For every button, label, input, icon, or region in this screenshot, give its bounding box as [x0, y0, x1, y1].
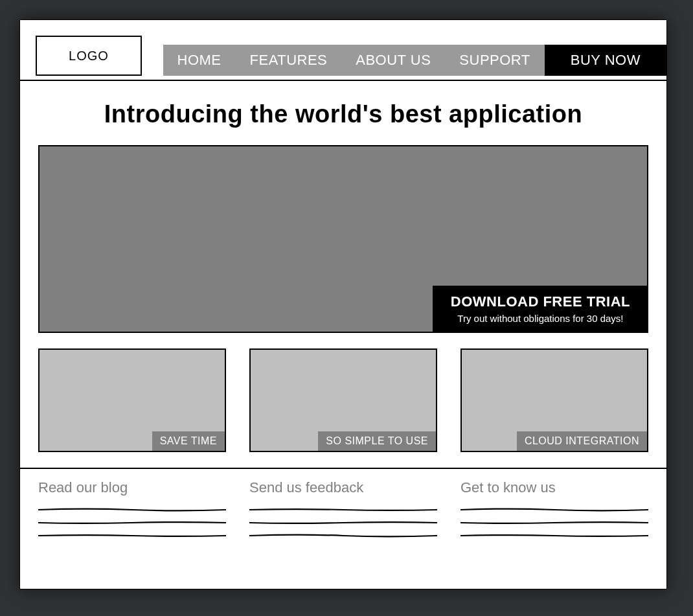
- footer-title[interactable]: Get to know us: [460, 479, 648, 496]
- page-headline: Introducing the world's best application: [104, 100, 582, 128]
- cta-title: DOWNLOAD FREE TRIAL: [451, 293, 630, 310]
- feature-row: SAVE TIME SO SIMPLE TO USE CLOUD INTEGRA…: [20, 333, 666, 452]
- nav-about[interactable]: ABOUT US: [341, 45, 445, 76]
- hero-image-placeholder: DOWNLOAD FREE TRIAL Try out without obli…: [38, 145, 648, 333]
- download-free-trial-cta[interactable]: DOWNLOAD FREE TRIAL Try out without obli…: [433, 286, 648, 333]
- footer-blog: Read our blog: [38, 479, 226, 538]
- cta-subtitle: Try out without obligations for 30 days!: [451, 313, 630, 324]
- feature-caption: SO SIMPLE TO USE: [318, 431, 436, 451]
- text-placeholder-lines: [249, 508, 437, 538]
- header: LOGO HOME FEATURES ABOUT US SUPPORT BUY …: [20, 20, 666, 76]
- feature-caption: CLOUD INTEGRATION: [517, 431, 647, 451]
- nav-home[interactable]: HOME: [163, 45, 236, 76]
- nav-support[interactable]: SUPPORT: [445, 45, 544, 76]
- nav-features[interactable]: FEATURES: [236, 45, 342, 76]
- page-wireframe: LOGO HOME FEATURES ABOUT US SUPPORT BUY …: [19, 19, 667, 589]
- nav-buy-now[interactable]: BUY NOW: [545, 45, 666, 76]
- footer-title[interactable]: Read our blog: [38, 479, 226, 496]
- footer-feedback: Send us feedback: [249, 479, 437, 538]
- footer-title[interactable]: Send us feedback: [249, 479, 437, 496]
- hero-section: Introducing the world's best application…: [20, 81, 666, 333]
- main-nav: HOME FEATURES ABOUT US SUPPORT BUY NOW: [163, 45, 666, 76]
- footer-columns: Read our blog Send us feedback Get to kn…: [20, 469, 666, 538]
- text-placeholder-lines: [38, 508, 226, 538]
- feature-simple[interactable]: SO SIMPLE TO USE: [249, 348, 437, 452]
- feature-cloud[interactable]: CLOUD INTEGRATION: [460, 348, 648, 452]
- footer-know-us: Get to know us: [460, 479, 648, 538]
- feature-save-time[interactable]: SAVE TIME: [38, 348, 226, 452]
- feature-caption: SAVE TIME: [152, 431, 225, 451]
- text-placeholder-lines: [460, 508, 648, 538]
- logo[interactable]: LOGO: [36, 36, 142, 76]
